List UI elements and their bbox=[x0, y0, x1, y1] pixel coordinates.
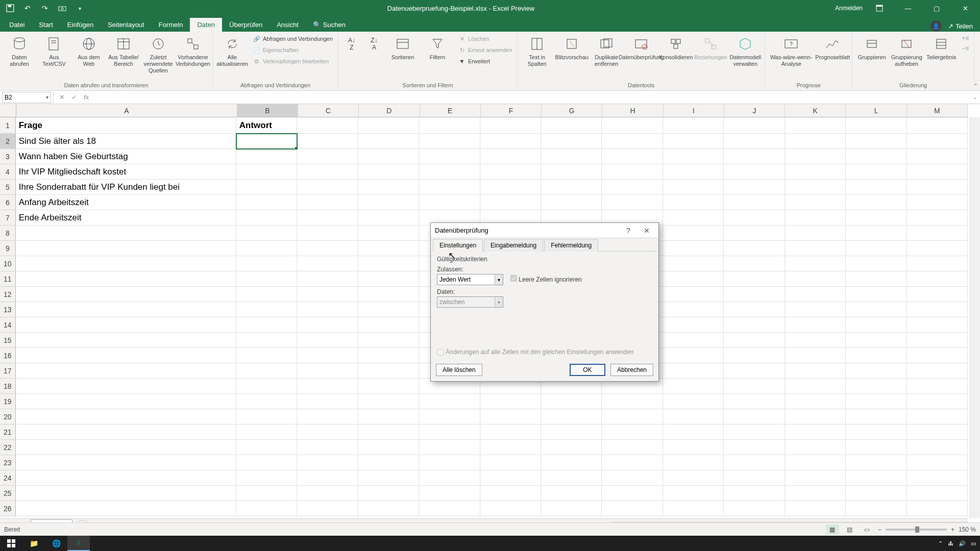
cell[interactable] bbox=[663, 164, 724, 180]
cell[interactable] bbox=[480, 117, 541, 134]
column-header[interactable]: L bbox=[846, 104, 906, 117]
cell[interactable] bbox=[236, 195, 297, 210]
cell[interactable] bbox=[907, 470, 968, 486]
forecast-sheet-button[interactable]: Prognoseblatt bbox=[816, 34, 849, 63]
cell[interactable] bbox=[419, 409, 480, 424]
cell[interactable] bbox=[358, 501, 419, 516]
tab-ueberpruefen[interactable]: Überprüfen bbox=[222, 18, 270, 32]
cell[interactable] bbox=[419, 455, 480, 470]
cell[interactable] bbox=[663, 210, 724, 226]
expand-formulabar-icon[interactable]: ⌄ bbox=[970, 94, 980, 100]
cell[interactable] bbox=[419, 180, 480, 195]
cell[interactable] bbox=[785, 424, 846, 440]
tab-suchen[interactable]: 🔍Suchen bbox=[306, 18, 353, 32]
cell[interactable] bbox=[724, 455, 785, 470]
cell[interactable] bbox=[541, 164, 602, 180]
cell[interactable] bbox=[358, 302, 419, 317]
row-header[interactable]: 2 bbox=[0, 134, 16, 149]
cell[interactable] bbox=[602, 455, 663, 470]
cell[interactable] bbox=[358, 394, 419, 409]
cell[interactable] bbox=[663, 180, 724, 195]
cell[interactable] bbox=[907, 409, 968, 424]
cell[interactable] bbox=[236, 486, 297, 501]
cell[interactable] bbox=[236, 134, 297, 149]
cell[interactable] bbox=[297, 164, 358, 180]
allow-dropdown-icon[interactable]: ▾ bbox=[495, 274, 503, 285]
cell[interactable] bbox=[419, 164, 480, 180]
cell[interactable] bbox=[419, 424, 480, 440]
ungroup-button[interactable]: Gruppierung aufheben bbox=[890, 34, 923, 69]
cell[interactable] bbox=[663, 424, 724, 440]
cell[interactable] bbox=[785, 501, 846, 516]
column-header[interactable]: E bbox=[420, 104, 481, 117]
row-header[interactable]: 23 bbox=[0, 455, 16, 470]
cell[interactable] bbox=[724, 317, 785, 333]
cell[interactable] bbox=[907, 348, 968, 363]
tab-datei[interactable]: Datei bbox=[2, 18, 32, 32]
cell[interactable] bbox=[358, 363, 419, 379]
cell[interactable] bbox=[358, 226, 419, 241]
cell[interactable] bbox=[16, 256, 236, 271]
cell[interactable] bbox=[663, 440, 724, 455]
cell[interactable] bbox=[297, 486, 358, 501]
cell[interactable] bbox=[785, 363, 846, 379]
cell[interactable] bbox=[541, 409, 602, 424]
cell[interactable] bbox=[236, 394, 297, 409]
save-icon[interactable] bbox=[3, 1, 17, 15]
cell[interactable] bbox=[846, 180, 906, 195]
cell[interactable] bbox=[16, 271, 236, 287]
cell[interactable] bbox=[16, 363, 236, 379]
cell[interactable] bbox=[358, 271, 419, 287]
column-header[interactable]: J bbox=[724, 104, 785, 117]
cell[interactable] bbox=[236, 149, 297, 164]
cell[interactable] bbox=[724, 195, 785, 210]
cell[interactable] bbox=[602, 134, 663, 149]
tab-start[interactable]: Start bbox=[32, 18, 60, 32]
page-layout-view-icon[interactable]: ▤ bbox=[843, 524, 856, 535]
whatif-button[interactable]: ?Was-wäre-wenn-Analyse bbox=[768, 34, 814, 69]
cell[interactable] bbox=[785, 149, 846, 164]
cell[interactable] bbox=[602, 149, 663, 164]
collapse-ribbon-icon[interactable]: ⌃ bbox=[973, 83, 978, 89]
cell[interactable] bbox=[907, 241, 968, 256]
cell[interactable] bbox=[358, 256, 419, 271]
row-header[interactable]: 11 bbox=[0, 271, 16, 287]
cell[interactable] bbox=[724, 210, 785, 226]
cell[interactable] bbox=[663, 302, 724, 317]
cell[interactable] bbox=[846, 226, 906, 241]
cell[interactable] bbox=[785, 180, 846, 195]
cell[interactable]: Frage bbox=[16, 117, 236, 134]
row-header[interactable]: 1 bbox=[0, 117, 16, 134]
cell[interactable] bbox=[846, 424, 906, 440]
cell[interactable] bbox=[602, 440, 663, 455]
cell[interactable] bbox=[358, 317, 419, 333]
namebox-dropdown-icon[interactable]: ▾ bbox=[46, 94, 48, 100]
row-header[interactable]: 10 bbox=[0, 256, 16, 271]
cell[interactable] bbox=[236, 379, 297, 394]
row-header[interactable]: 5 bbox=[0, 180, 16, 195]
advanced-filter-button[interactable]: ▼Erweitert bbox=[456, 56, 514, 66]
cell[interactable] bbox=[846, 271, 906, 287]
cell[interactable] bbox=[16, 394, 236, 409]
cell[interactable] bbox=[663, 134, 724, 149]
column-header[interactable]: H bbox=[602, 104, 663, 117]
cell[interactable] bbox=[236, 455, 297, 470]
cell[interactable] bbox=[297, 195, 358, 210]
cell[interactable] bbox=[846, 409, 906, 424]
cell[interactable] bbox=[297, 210, 358, 226]
edge-icon[interactable]: 🌐 bbox=[45, 536, 67, 551]
cell[interactable] bbox=[297, 134, 358, 149]
cell[interactable] bbox=[358, 455, 419, 470]
cell[interactable] bbox=[846, 379, 906, 394]
fx-icon[interactable]: fx bbox=[80, 92, 92, 103]
vertical-scrollbar[interactable] bbox=[970, 117, 980, 518]
tray-chevron-icon[interactable]: ⌃ bbox=[938, 540, 943, 547]
column-header[interactable]: G bbox=[542, 104, 602, 117]
subtotal-button[interactable]: Teilergebnis bbox=[925, 34, 958, 63]
cell[interactable] bbox=[16, 409, 236, 424]
cell[interactable] bbox=[480, 486, 541, 501]
cell[interactable] bbox=[297, 149, 358, 164]
cell[interactable] bbox=[358, 164, 419, 180]
zoom-level[interactable]: 150 % bbox=[959, 526, 976, 533]
row-header[interactable]: 18 bbox=[0, 379, 16, 394]
